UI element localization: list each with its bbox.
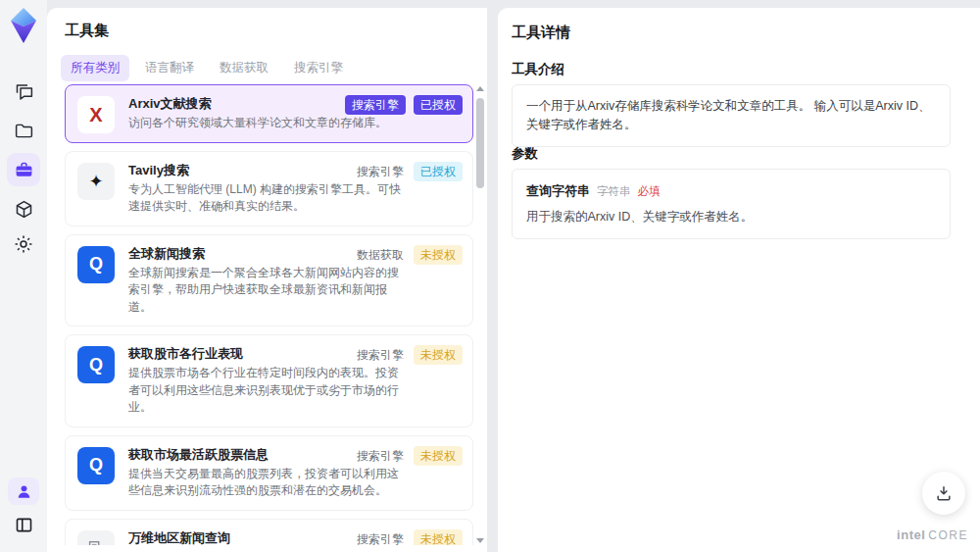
category-badge: 搜索引擎 xyxy=(355,446,406,466)
tool-item-sector-performance[interactable]: Q 获取股市各行业表现 提供股票市场各个行业在特定时间段内的表现。投资者可以利用… xyxy=(65,334,473,427)
arxiv-logo-icon: X xyxy=(77,96,115,133)
tool-title: Arxiv文献搜索 xyxy=(128,95,305,113)
toolbox-icon xyxy=(14,160,34,180)
settings-nav-button[interactable] xyxy=(0,229,47,259)
param-description: 用于搜索的Arxiv ID、关键字或作者姓名。 xyxy=(526,209,936,226)
category-badge: 数据获取 xyxy=(355,245,406,265)
auth-status-badge: 已授权 xyxy=(414,95,463,115)
tool-description: 提供当天交易量最高的股票列表，投资者可以利用这些信息来识别流动性强的股票和潜在的… xyxy=(128,466,408,500)
tool-description: 全球新闻搜索是一个聚合全球各大新闻网站内容的搜索引擎，帮助用户快速获取全球最新资… xyxy=(128,265,408,317)
core-product-text: CORE xyxy=(928,528,968,542)
category-tabs: 所有类别 语言翻译 数据获取 搜索引擎 xyxy=(61,55,353,81)
auth-status-badge: 已授权 xyxy=(414,162,463,181)
panel-toggle-icon xyxy=(14,515,34,535)
files-nav-button[interactable] xyxy=(0,116,47,145)
tool-description: 访问各个研究领域大量科学论文和文章的存储库。 xyxy=(128,115,408,132)
tool-details-panel: 工具详情 工具介绍 一个用于从Arxiv存储库搜索科学论文和文章的工具。 输入可… xyxy=(498,8,980,552)
tool-title: 全球新闻搜索 xyxy=(128,245,305,263)
tavily-glyph: ✦ xyxy=(88,171,103,192)
tab-all-categories[interactable]: 所有类别 xyxy=(61,55,129,81)
tool-badges: 数据获取 未授权 xyxy=(355,245,463,265)
tab-search-engine[interactable]: 搜索引擎 xyxy=(284,55,353,81)
intro-text-box: 一个用于从Arxiv存储库搜索科学论文和文章的工具。 输入可以是Arxiv ID… xyxy=(512,84,951,147)
tool-title: 获取股市各行业表现 xyxy=(128,345,305,363)
active-stocks-icon: Q xyxy=(77,447,115,484)
tile-glyph: Q xyxy=(89,355,103,376)
tile-glyph: Q xyxy=(89,254,103,275)
app-logo-icon xyxy=(7,6,40,45)
category-badge: 搜索引擎 xyxy=(345,95,406,115)
tile-glyph: Q xyxy=(89,455,103,476)
param-type: 字符串 xyxy=(597,184,631,199)
tool-description: 专为人工智能代理 (LLM) 构建的搜索引擎工具。可快速提供实时、准确和真实的结… xyxy=(128,181,408,216)
tool-item-global-news[interactable]: Q 全球新闻搜索 全球新闻搜索是一个聚合全球各大新闻网站内容的搜索引擎，帮助用户… xyxy=(65,234,473,327)
tool-badges: 搜索引擎 已授权 xyxy=(345,95,463,115)
tool-list: X Arxiv文献搜索 访问各个研究领域大量科学论文和文章的存储库。 搜索引擎 … xyxy=(65,84,473,545)
news-search-icon: Q xyxy=(77,246,115,283)
tavily-logo-icon: ✦ xyxy=(77,163,115,200)
auth-status-badge: 未授权 xyxy=(414,446,463,466)
tool-badges: 搜索引擎 未授权 xyxy=(355,446,463,466)
stock-sector-icon: Q xyxy=(77,346,115,383)
auth-status-badge: 未授权 xyxy=(414,245,463,265)
param-name: 查询字符串 xyxy=(526,182,590,200)
scroll-up-arrow[interactable] xyxy=(476,86,484,91)
user-icon xyxy=(15,482,33,501)
profile-highlight xyxy=(8,477,39,505)
collapse-panel-button[interactable] xyxy=(0,510,47,539)
chat-icon xyxy=(14,81,34,102)
intro-heading: 工具介绍 xyxy=(512,61,564,78)
tool-title: 万维地区新闻查询 xyxy=(128,529,305,546)
tab-data-fetching[interactable]: 数据获取 xyxy=(210,55,278,81)
tool-list-panel: 工具集 所有类别 语言翻译 数据获取 搜索引擎 X Arxiv文献搜索 访问各个… xyxy=(47,8,487,552)
page-title: 工具集 xyxy=(65,22,109,40)
left-rail xyxy=(0,0,47,552)
params-heading: 参数 xyxy=(512,145,538,163)
details-title: 工具详情 xyxy=(512,24,570,42)
tab-language-translation[interactable]: 语言翻译 xyxy=(135,55,204,81)
download-icon xyxy=(934,483,954,503)
tool-title: 获取市场最活跃股票信息 xyxy=(128,446,305,464)
scrollbar-thumb[interactable] xyxy=(476,98,484,188)
cube-icon xyxy=(14,199,34,220)
profile-nav-button[interactable] xyxy=(0,477,47,506)
category-badge: 搜索引擎 xyxy=(355,529,406,546)
folder-icon xyxy=(14,121,34,141)
tool-badges: 搜索引擎 未授权 xyxy=(355,345,463,365)
download-button[interactable] xyxy=(922,472,965,515)
packages-nav-button[interactable] xyxy=(0,194,47,224)
intel-core-watermark: intel CORE xyxy=(897,527,968,542)
intel-brand-text: intel xyxy=(897,527,925,542)
gear-icon xyxy=(13,233,34,255)
category-badge: 搜索引擎 xyxy=(355,162,406,181)
arxiv-glyph: X xyxy=(89,104,102,126)
newspaper-icon xyxy=(77,530,115,546)
scroll-down-arrow[interactable] xyxy=(476,538,484,543)
tools-nav-button-active[interactable] xyxy=(7,153,40,186)
category-badge: 搜索引擎 xyxy=(355,345,406,365)
tool-badges: 搜索引擎 未授权 xyxy=(355,529,463,546)
tool-item-arxiv[interactable]: X Arxiv文献搜索 访问各个研究领域大量科学论文和文章的存储库。 搜索引擎 … xyxy=(65,84,473,143)
auth-status-badge: 未授权 xyxy=(414,529,463,546)
tool-description: 提供股票市场各个行业在特定时间段内的表现。投资者可以利用这些信息来识别表现优于或… xyxy=(128,365,408,417)
tool-title: Tavily搜索 xyxy=(128,162,305,179)
list-scrollbar[interactable] xyxy=(475,86,485,543)
tool-item-tavily[interactable]: ✦ Tavily搜索 专为人工智能代理 (LLM) 构建的搜索引擎工具。可快速提… xyxy=(65,151,473,226)
tool-item-regional-news[interactable]: 万维地区新闻查询 查询具体行政区划内的新闻，快速了解各地新闻动 搜索引擎 未授权 xyxy=(65,519,473,546)
tool-item-most-active-stocks[interactable]: Q 获取市场最活跃股票信息 提供当天交易量最高的股票列表，投资者可以利用这些信息… xyxy=(65,435,473,511)
parameter-box: 查询字符串 字符串 必填 用于搜索的Arxiv ID、关键字或作者姓名。 xyxy=(512,169,951,239)
chat-nav-button[interactable] xyxy=(0,76,47,106)
param-required-flag: 必填 xyxy=(638,184,661,199)
tool-badges: 搜索引擎 已授权 xyxy=(355,162,463,181)
auth-status-badge: 未授权 xyxy=(414,345,463,365)
app-window: 工具集 所有类别 语言翻译 数据获取 搜索引擎 X Arxiv文献搜索 访问各个… xyxy=(0,0,980,552)
